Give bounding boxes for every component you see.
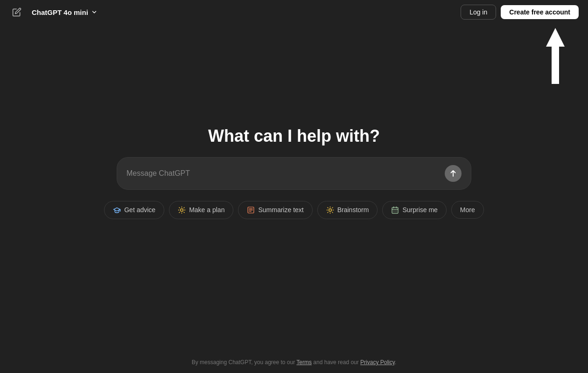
edit-icon	[12, 7, 21, 17]
header-left: ChatGPT 4o mini	[9, 5, 101, 20]
chip-summarize-text-label: Summarize text	[258, 206, 303, 214]
footer-text-after: .	[395, 359, 396, 366]
chip-surprise-me[interactable]: Surprise me	[382, 201, 446, 219]
chip-surprise-me-label: Surprise me	[402, 206, 437, 214]
send-icon	[449, 169, 457, 178]
svg-point-1	[181, 208, 183, 211]
chip-get-advice-label: Get advice	[124, 206, 155, 214]
signup-button[interactable]: Create free account	[501, 5, 579, 19]
main-content: What can I help with? Get advice	[0, 0, 588, 373]
chips-row: Get advice Make a plan Summarize text	[104, 201, 484, 219]
send-button[interactable]	[445, 165, 462, 182]
privacy-policy-link[interactable]: Privacy Policy	[360, 359, 395, 366]
chip-brainstorm[interactable]: Brainstorm	[317, 201, 378, 219]
main-heading: What can I help with?	[208, 126, 380, 146]
chip-make-a-plan-label: Make a plan	[189, 206, 224, 214]
login-button[interactable]: Log in	[461, 5, 496, 20]
brainstorm-icon	[326, 206, 334, 214]
footer-text-before: By messaging ChatGPT, you agree to our	[192, 359, 297, 366]
make-a-plan-icon	[178, 206, 186, 214]
surprise-me-icon	[391, 206, 399, 214]
chip-summarize-text[interactable]: Summarize text	[238, 201, 312, 219]
model-selector-button[interactable]: ChatGPT 4o mini	[28, 6, 101, 19]
chevron-down-icon	[91, 9, 98, 15]
header: ChatGPT 4o mini Log in Create free accou…	[0, 0, 588, 24]
footer-text-middle: and have read our	[312, 359, 360, 366]
footer: By messaging ChatGPT, you agree to our T…	[0, 359, 588, 366]
new-chat-button[interactable]	[9, 5, 24, 20]
chip-make-a-plan[interactable]: Make a plan	[169, 201, 233, 219]
get-advice-icon	[113, 206, 121, 214]
terms-link[interactable]: Terms	[296, 359, 312, 366]
chip-more[interactable]: More	[451, 201, 484, 219]
message-input-container	[117, 157, 471, 190]
summarize-text-icon	[247, 206, 255, 214]
chip-brainstorm-label: Brainstorm	[337, 206, 369, 214]
chip-more-label: More	[460, 206, 475, 214]
model-name-label: ChatGPT 4o mini	[32, 8, 88, 16]
header-right: Log in Create free account	[461, 5, 579, 20]
message-input[interactable]	[126, 169, 445, 178]
chip-get-advice[interactable]: Get advice	[104, 201, 164, 219]
svg-point-3	[329, 208, 331, 211]
